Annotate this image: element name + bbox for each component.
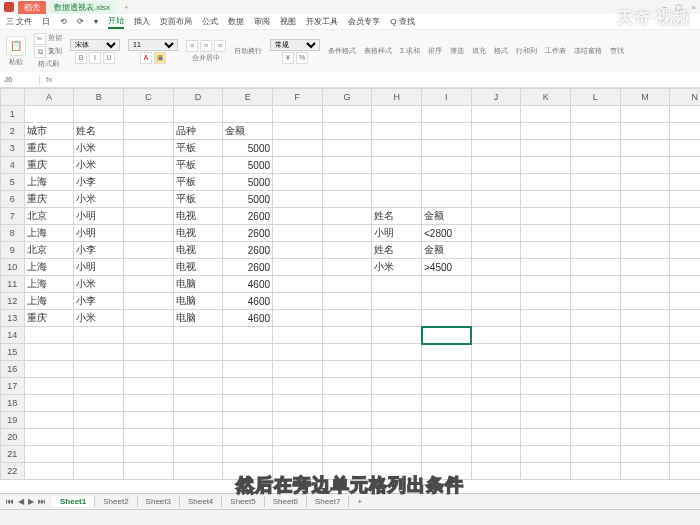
cell-D6[interactable]: 平板 — [173, 191, 223, 208]
cell-D14[interactable] — [173, 327, 223, 344]
row-header-19[interactable]: 19 — [1, 412, 25, 429]
cond-format-button[interactable]: 条件格式 — [328, 46, 356, 56]
cell-G13[interactable] — [322, 310, 372, 327]
cell-N20[interactable] — [670, 429, 700, 446]
cell-H1[interactable] — [372, 106, 422, 123]
cell-G6[interactable] — [322, 191, 372, 208]
menu-item[interactable]: 会员专享 — [348, 16, 380, 27]
cell-J11[interactable] — [471, 276, 521, 293]
cell-N2[interactable] — [670, 123, 700, 140]
cell-A6[interactable]: 重庆 — [24, 191, 74, 208]
cell-H20[interactable] — [372, 429, 422, 446]
cell-B4[interactable]: 小米 — [74, 157, 124, 174]
cell-N22[interactable] — [670, 463, 700, 480]
cell-C11[interactable] — [124, 276, 174, 293]
bold-button[interactable]: B — [75, 52, 87, 64]
cell-K18[interactable] — [521, 395, 571, 412]
cell-K16[interactable] — [521, 361, 571, 378]
cell-I16[interactable] — [422, 361, 472, 378]
cell-A3[interactable]: 重庆 — [24, 140, 74, 157]
cell-M18[interactable] — [620, 395, 670, 412]
cell-I21[interactable] — [422, 446, 472, 463]
cell-N3[interactable] — [670, 140, 700, 157]
cell-style-button[interactable]: 表格样式 — [364, 46, 392, 56]
cell-L12[interactable] — [570, 293, 620, 310]
sheet-nav-button[interactable]: ⏮ — [6, 497, 14, 506]
cell-C21[interactable] — [124, 446, 174, 463]
cell-K8[interactable] — [521, 225, 571, 242]
cell-F15[interactable] — [273, 344, 323, 361]
cell-G3[interactable] — [322, 140, 372, 157]
cell-C20[interactable] — [124, 429, 174, 446]
cell-J3[interactable] — [471, 140, 521, 157]
cell-I13[interactable] — [422, 310, 472, 327]
menu-item[interactable]: Q 查找 — [390, 16, 414, 27]
cell-J14[interactable] — [471, 327, 521, 344]
cell-M10[interactable] — [620, 259, 670, 276]
col-header-H[interactable]: H — [372, 89, 422, 106]
cell-K7[interactable] — [521, 208, 571, 225]
cell-B14[interactable] — [74, 327, 124, 344]
col-header-B[interactable]: B — [74, 89, 124, 106]
cell-I19[interactable] — [422, 412, 472, 429]
cell-B7[interactable]: 小明 — [74, 208, 124, 225]
cell-G8[interactable] — [322, 225, 372, 242]
cell-F18[interactable] — [273, 395, 323, 412]
cell-I7[interactable]: 金额 — [422, 208, 472, 225]
cell-L11[interactable] — [570, 276, 620, 293]
cell-C4[interactable] — [124, 157, 174, 174]
sheet-nav-button[interactable]: ▶ — [28, 497, 34, 506]
row-header-9[interactable]: 9 — [1, 242, 25, 259]
cell-K9[interactable] — [521, 242, 571, 259]
cell-F9[interactable] — [273, 242, 323, 259]
row-header-5[interactable]: 5 — [1, 174, 25, 191]
font-select[interactable]: 宋体 — [70, 39, 120, 51]
row-header-20[interactable]: 20 — [1, 429, 25, 446]
cell-N14[interactable] — [670, 327, 700, 344]
cell-A20[interactable] — [24, 429, 74, 446]
cell-J9[interactable] — [471, 242, 521, 259]
cell-F4[interactable] — [273, 157, 323, 174]
sheet-tab[interactable]: Sheet5 — [222, 496, 264, 507]
row-col-button[interactable]: 行和列 — [516, 46, 537, 56]
cell-I14[interactable] — [422, 327, 472, 344]
cell-A21[interactable] — [24, 446, 74, 463]
cell-L10[interactable] — [570, 259, 620, 276]
cell-D18[interactable] — [173, 395, 223, 412]
sheet-button[interactable]: 工作表 — [545, 46, 566, 56]
menu-item[interactable]: ⟲ — [60, 17, 67, 26]
cell-M15[interactable] — [620, 344, 670, 361]
cell-H21[interactable] — [372, 446, 422, 463]
cell-B11[interactable]: 小米 — [74, 276, 124, 293]
cell-K14[interactable] — [521, 327, 571, 344]
add-sheet-button[interactable]: + — [349, 497, 370, 506]
row-header-15[interactable]: 15 — [1, 344, 25, 361]
cell-A14[interactable] — [24, 327, 74, 344]
cell-B15[interactable] — [74, 344, 124, 361]
cell-C18[interactable] — [124, 395, 174, 412]
cell-A1[interactable] — [24, 106, 74, 123]
cell-A2[interactable]: 城市 — [24, 123, 74, 140]
cell-L8[interactable] — [570, 225, 620, 242]
cell-B1[interactable] — [74, 106, 124, 123]
cell-H18[interactable] — [372, 395, 422, 412]
cell-M20[interactable] — [620, 429, 670, 446]
cell-E2[interactable]: 金额 — [223, 123, 273, 140]
cell-L1[interactable] — [570, 106, 620, 123]
cell-K19[interactable] — [521, 412, 571, 429]
cell-C6[interactable] — [124, 191, 174, 208]
cell-C22[interactable] — [124, 463, 174, 480]
cell-K20[interactable] — [521, 429, 571, 446]
cell-N13[interactable] — [670, 310, 700, 327]
cell-L15[interactable] — [570, 344, 620, 361]
cell-J6[interactable] — [471, 191, 521, 208]
menu-item[interactable]: 三 文件 — [6, 16, 32, 27]
cell-I3[interactable] — [422, 140, 472, 157]
cell-I8[interactable]: <2800 — [422, 225, 472, 242]
cell-J17[interactable] — [471, 378, 521, 395]
row-header-7[interactable]: 7 — [1, 208, 25, 225]
cell-J15[interactable] — [471, 344, 521, 361]
cell-D16[interactable] — [173, 361, 223, 378]
cell-L16[interactable] — [570, 361, 620, 378]
cell-L13[interactable] — [570, 310, 620, 327]
